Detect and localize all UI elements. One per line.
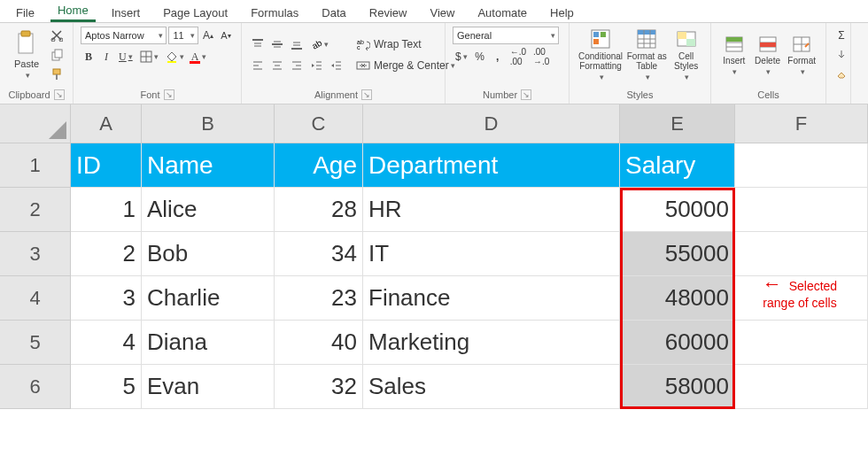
fill-button[interactable] [833, 46, 849, 64]
increase-indent-button[interactable] [327, 57, 345, 74]
cell-B3[interactable]: Bob [142, 232, 275, 276]
align-left-button[interactable] [249, 57, 267, 74]
orientation-button[interactable]: ab▾ [307, 35, 331, 53]
cell-A1[interactable]: ID [71, 143, 142, 188]
cell-A4[interactable]: 3 [71, 276, 142, 321]
alignment-dialog-launcher[interactable]: ↘ [361, 89, 372, 100]
align-center-button[interactable] [268, 57, 286, 74]
row-header-3[interactable]: 3 [0, 232, 71, 276]
cell-B6[interactable]: Evan [142, 365, 275, 409]
format-painter-button[interactable] [48, 66, 66, 83]
cell-C1[interactable]: Age [275, 143, 363, 188]
cell-E3[interactable]: 55000 [620, 232, 735, 276]
tab-automate[interactable]: Automate [470, 3, 534, 22]
font-color-button[interactable]: A▾ [189, 48, 210, 66]
tab-file[interactable]: File [9, 3, 42, 22]
cell-E1[interactable]: Salary [620, 143, 735, 188]
cell-A5[interactable]: 4 [71, 321, 142, 365]
cell-D6[interactable]: Sales [363, 365, 620, 409]
percent-button[interactable]: % [472, 48, 488, 66]
row-header-1[interactable]: 1 [0, 143, 71, 188]
cell-B1[interactable]: Name [142, 143, 275, 188]
clear-button[interactable] [833, 66, 849, 83]
underline-button[interactable]: U▾ [116, 48, 136, 66]
cell-styles-button[interactable]: Cell Styles▾ [669, 28, 703, 81]
font-dialog-launcher[interactable]: ↘ [164, 89, 174, 100]
column-header-D[interactable]: D [363, 104, 620, 143]
cell-F1[interactable] [735, 143, 868, 188]
align-bottom-button[interactable] [288, 35, 306, 53]
column-header-B[interactable]: B [142, 104, 275, 143]
borders-button[interactable]: ▾ [137, 48, 161, 66]
column-header-A[interactable]: A [71, 104, 142, 143]
decrease-decimal-button[interactable]: .00→.0 [531, 48, 552, 66]
autosum-button[interactable]: Σ [833, 27, 849, 44]
tab-insert[interactable]: Insert [105, 3, 148, 22]
wrap-text-button[interactable]: abc Wrap Text [353, 35, 460, 53]
cell-D1[interactable]: Department [363, 143, 620, 188]
cell-B4[interactable]: Charlie [142, 276, 275, 321]
delete-cells-button[interactable]: Delete▾ [752, 35, 784, 76]
cell-C2[interactable]: 28 [275, 188, 363, 232]
number-dialog-launcher[interactable]: ↘ [521, 89, 531, 100]
cell-C4[interactable]: 23 [275, 276, 363, 321]
cell-B2[interactable]: Alice [142, 188, 275, 232]
decrease-font-button[interactable]: A▾ [218, 27, 234, 44]
cell-F5[interactable] [735, 321, 868, 365]
cell-A3[interactable]: 2 [71, 232, 142, 276]
align-top-button[interactable] [249, 35, 267, 53]
cell-B5[interactable]: Diana [142, 321, 275, 365]
row-header-6[interactable]: 6 [0, 365, 71, 409]
tab-view[interactable]: View [422, 3, 461, 22]
column-header-E[interactable]: E [620, 104, 735, 143]
cell-E4[interactable]: 48000 [620, 276, 735, 321]
cell-D5[interactable]: Marketing [363, 321, 620, 365]
align-middle-button[interactable] [268, 35, 286, 53]
italic-button[interactable]: I [98, 48, 114, 66]
cell-F3[interactable] [735, 232, 868, 276]
tab-home[interactable]: Home [50, 0, 96, 22]
format-cells-button[interactable]: Format▾ [785, 35, 818, 76]
cell-C6[interactable]: 32 [275, 365, 363, 409]
font-name-select[interactable]: Aptos Narrow [81, 27, 167, 44]
insert-cells-button[interactable]: Insert▾ [718, 35, 750, 76]
cell-D3[interactable]: IT [363, 232, 620, 276]
cell-A6[interactable]: 5 [71, 365, 142, 409]
cell-D2[interactable]: HR [363, 188, 620, 232]
select-all-corner[interactable] [0, 104, 71, 143]
merge-center-button[interactable]: Merge & Center▾ [353, 57, 460, 74]
decrease-indent-button[interactable] [307, 57, 325, 74]
font-size-select[interactable]: 11 [168, 27, 198, 44]
fill-color-button[interactable]: ▾ [163, 48, 187, 66]
comma-button[interactable]: , [490, 48, 506, 66]
cut-button[interactable] [48, 27, 66, 44]
tab-help[interactable]: Help [543, 3, 581, 22]
currency-button[interactable]: $▾ [453, 48, 470, 66]
cell-C5[interactable]: 40 [275, 321, 363, 365]
cell-E5[interactable]: 60000 [620, 321, 735, 365]
row-header-2[interactable]: 2 [0, 188, 71, 232]
copy-button[interactable] [48, 46, 66, 64]
align-right-button[interactable] [288, 57, 306, 74]
paste-button[interactable]: Paste ▾ [7, 30, 46, 80]
format-as-table-button[interactable]: Format as Table▾ [626, 28, 667, 81]
cell-C3[interactable]: 34 [275, 232, 363, 276]
cell-F6[interactable] [735, 365, 868, 409]
cell-E2[interactable]: 50000 [620, 188, 735, 232]
column-header-C[interactable]: C [275, 104, 363, 143]
tab-formulas[interactable]: Formulas [244, 3, 306, 22]
tab-page-layout[interactable]: Page Layout [156, 3, 235, 22]
cell-A2[interactable]: 1 [71, 188, 142, 232]
row-header-4[interactable]: 4 [0, 276, 71, 321]
tab-review[interactable]: Review [362, 3, 415, 22]
row-header-5[interactable]: 5 [0, 321, 71, 365]
tab-data[interactable]: Data [314, 3, 353, 22]
cell-E6[interactable]: 58000 [620, 365, 735, 409]
number-format-select[interactable]: General [453, 27, 559, 44]
cell-D4[interactable]: Finance [363, 276, 620, 321]
conditional-formatting-button[interactable]: Conditional Formatting▾ [577, 28, 624, 81]
bold-button[interactable]: B [81, 48, 97, 66]
increase-decimal-button[interactable]: ←.0.00 [508, 48, 529, 66]
cell-F2[interactable] [735, 188, 868, 232]
increase-font-button[interactable]: A▴ [200, 27, 216, 44]
